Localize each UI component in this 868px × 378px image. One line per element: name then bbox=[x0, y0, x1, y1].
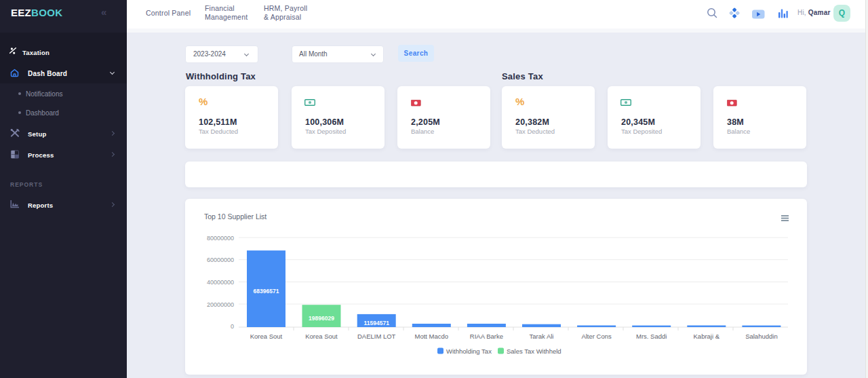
svg-text:Sales Tax Withheld: Sales Tax Withheld bbox=[507, 347, 561, 355]
svg-text:0: 0 bbox=[231, 323, 234, 330]
svg-text:Korea Sout: Korea Sout bbox=[305, 333, 338, 340]
svg-text:20000000: 20000000 bbox=[207, 301, 234, 308]
svg-text:DAELIM LOT: DAELIM LOT bbox=[357, 333, 396, 340]
svg-text:Top 10 Supplier List: Top 10 Supplier List bbox=[204, 212, 267, 221]
svg-text:Mrs. Saddi: Mrs. Saddi bbox=[636, 333, 667, 340]
svg-text:60000000: 60000000 bbox=[207, 257, 234, 263]
svg-text:Korea Sout: Korea Sout bbox=[250, 333, 283, 340]
svg-text:Kabraji &: Kabraji & bbox=[694, 333, 720, 340]
svg-text:11594571: 11594571 bbox=[364, 320, 390, 326]
svg-text:RIAA Barke: RIAA Barke bbox=[470, 333, 503, 340]
svg-text:19896029: 19896029 bbox=[309, 315, 334, 322]
svg-text:Withholding Tax: Withholding Tax bbox=[446, 347, 492, 355]
svg-text:68396571: 68396571 bbox=[254, 288, 279, 295]
svg-text:40000000: 40000000 bbox=[207, 279, 234, 286]
svg-text:Alter Cons: Alter Cons bbox=[581, 333, 612, 340]
svg-text:Salahuddin: Salahuddin bbox=[745, 333, 778, 340]
svg-text:Tarak Ali: Tarak Ali bbox=[530, 333, 554, 340]
svg-text:80000000: 80000000 bbox=[207, 235, 234, 242]
svg-text:Mott Macdo: Mott Macdo bbox=[414, 333, 448, 340]
